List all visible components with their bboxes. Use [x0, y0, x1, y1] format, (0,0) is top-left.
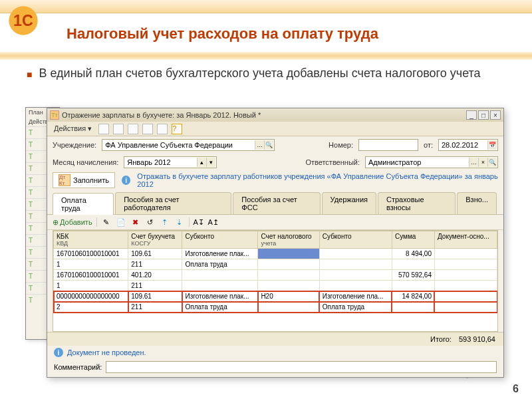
cell[interactable] — [258, 259, 319, 270]
toolbar-icon[interactable] — [98, 124, 109, 134]
cell[interactable] — [182, 281, 258, 291]
tab-more[interactable]: Взно... — [457, 192, 497, 214]
select-icon[interactable]: … — [255, 140, 264, 150]
cell[interactable]: 109.61 — [128, 291, 182, 302]
cell[interactable]: 211 — [128, 281, 182, 291]
cell[interactable]: 14 824,00 — [392, 291, 434, 302]
open-icon[interactable]: 🔍 — [264, 140, 273, 150]
tab-deductions[interactable]: Удержания — [322, 192, 376, 214]
cell[interactable]: Изготовление плак... — [182, 291, 258, 302]
cell[interactable]: Изготовление пла... — [319, 291, 392, 302]
cell[interactable]: 401.20 — [128, 270, 182, 281]
table-row[interactable]: 16701060100010001401.20570 592,64 — [54, 270, 497, 281]
minimize-button[interactable]: _ — [466, 110, 477, 120]
table-row[interactable]: 2211Оплата трудаОплата труда — [54, 302, 497, 313]
cell[interactable]: 211 — [128, 259, 182, 270]
org-field[interactable]: ФА Управление Субъекта Федерации …🔍 — [102, 139, 275, 151]
cell[interactable] — [434, 259, 497, 270]
spin-up-icon[interactable]: ▴ — [197, 158, 206, 167]
toolbar-icon[interactable] — [157, 124, 168, 134]
cell[interactable] — [434, 249, 497, 259]
cell[interactable]: Оплата труда — [182, 259, 258, 270]
col-kbk[interactable]: КБККВД — [54, 231, 128, 249]
col-account[interactable]: Счет бухучетаКОСГУ — [128, 231, 182, 249]
totals-row: Итого: 593 910,64 — [47, 332, 503, 346]
cell[interactable]: 1 — [54, 259, 128, 270]
move-down-icon[interactable]: ⇣ — [174, 217, 185, 227]
cell[interactable]: Н20 — [258, 291, 319, 302]
org-value: ФА Управление Субъекта Федерации — [105, 141, 233, 149]
sort-asc-icon[interactable]: A↧ — [194, 217, 204, 227]
close-button[interactable]: × — [490, 110, 501, 120]
cell[interactable] — [319, 281, 392, 291]
col-basis-doc[interactable]: Документ-осно... — [434, 231, 497, 249]
tab-insurance[interactable]: Страховые взносы — [378, 192, 456, 214]
table-row[interactable]: 1211Оплата труда — [54, 259, 497, 270]
calendar-icon[interactable]: 📅 — [487, 140, 497, 150]
cell[interactable] — [258, 302, 319, 313]
cell[interactable]: Оплата труда — [182, 302, 258, 313]
col-subconto[interactable]: Субконто — [182, 231, 258, 249]
spin-down-icon[interactable]: ▾ — [206, 158, 215, 167]
cell[interactable] — [392, 302, 434, 313]
cell[interactable]: 1 — [54, 281, 128, 291]
table-row[interactable]: 16701060100010001109.61Изготовление плак… — [54, 249, 497, 259]
cell[interactable] — [319, 249, 392, 259]
cell[interactable] — [258, 281, 319, 291]
toolbar-icon[interactable] — [142, 124, 153, 134]
refresh-icon[interactable]: ↺ — [145, 217, 156, 227]
fill-button[interactable]: Дт Кт Заполнить — [53, 172, 115, 188]
cell[interactable] — [392, 259, 434, 270]
cell[interactable] — [434, 302, 497, 313]
date-field[interactable]: 28.02.2012 📅 — [438, 139, 498, 151]
cell[interactable] — [434, 291, 497, 302]
delete-icon[interactable]: ✖ — [130, 217, 141, 227]
actions-menu[interactable]: Действия ▾ — [51, 124, 94, 134]
open-icon[interactable]: 🔍 — [487, 158, 497, 167]
cell[interactable]: 109.61 — [128, 249, 182, 259]
cell[interactable] — [392, 281, 434, 291]
cell[interactable] — [258, 249, 319, 259]
month-field[interactable]: Январь 2012 ▴▾ — [124, 156, 217, 168]
add-row-button[interactable]: ⊕Добавить — [53, 218, 92, 227]
cell[interactable]: 00000000000000000 — [54, 291, 128, 302]
cell[interactable]: 16701060100010001 — [54, 270, 128, 281]
maximize-button[interactable]: □ — [478, 110, 489, 120]
cell[interactable]: Оплата труда — [319, 302, 392, 313]
window-titlebar[interactable]: Тт Отражение зарплаты в бухучете: за Янв… — [47, 108, 503, 122]
select-icon[interactable]: … — [469, 158, 478, 167]
help-icon[interactable]: ? — [172, 124, 182, 134]
toolbar-icon[interactable] — [113, 124, 124, 134]
cell[interactable] — [258, 270, 319, 281]
cell[interactable]: 16701060100010001 — [54, 249, 128, 259]
tab-employer-benefits[interactable]: Пособия за счет работодателя — [115, 192, 231, 214]
cell[interactable] — [182, 270, 258, 281]
col-tax-account[interactable]: Счет налоговогоучета — [258, 231, 319, 249]
col-tax-subconto[interactable]: Субконто — [319, 231, 392, 249]
cell[interactable]: 570 592,64 — [392, 270, 434, 281]
comment-field[interactable] — [106, 361, 497, 373]
cell[interactable] — [319, 259, 392, 270]
clear-icon[interactable]: × — [478, 158, 487, 167]
sort-desc-icon[interactable]: A↥ — [208, 217, 219, 227]
responsible-field[interactable]: Администратор …×🔍 — [365, 156, 498, 168]
cell[interactable]: 2 — [54, 302, 128, 313]
tab-pay[interactable]: Оплата труда — [53, 193, 114, 215]
toolbar-icon[interactable] — [128, 124, 138, 134]
table-row[interactable]: 00000000000000000109.61Изготовление плак… — [54, 291, 497, 302]
move-up-icon[interactable]: ⇡ — [160, 217, 170, 227]
plus-icon: ⊕ — [53, 218, 59, 227]
cell[interactable] — [319, 270, 392, 281]
edit-icon[interactable]: ✎ — [101, 217, 112, 227]
cell[interactable]: 211 — [128, 302, 182, 313]
grid[interactable]: КБККВД Счет бухучетаКОСГУ Субконто Счет … — [53, 230, 498, 332]
copy-icon[interactable]: 📄 — [116, 217, 126, 227]
number-field[interactable] — [358, 139, 418, 151]
col-sum[interactable]: Сумма — [392, 231, 434, 249]
tab-fss-benefits[interactable]: Пособия за счет ФСС — [233, 192, 320, 214]
cell[interactable] — [434, 281, 497, 291]
table-row[interactable]: 1211 — [54, 281, 497, 291]
cell[interactable]: 8 494,00 — [392, 249, 434, 259]
cell[interactable] — [434, 270, 497, 281]
cell[interactable]: Изготовление плак... — [182, 249, 258, 259]
